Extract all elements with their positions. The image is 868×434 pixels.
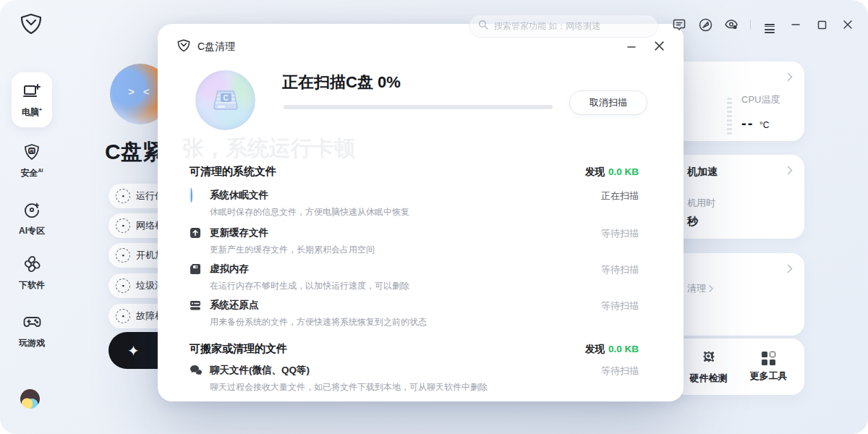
dialog-shield-icon xyxy=(176,38,191,56)
update-cache-icon xyxy=(190,227,202,239)
item-status: 等待扫描 xyxy=(601,227,639,240)
junk-clean-icon: ▪ xyxy=(116,278,130,293)
item-desc: 用来备份系统的文件，方便快速将系统恢复到之前的状态 xyxy=(210,316,427,328)
close-icon[interactable] xyxy=(841,17,855,32)
clean-link[interactable]: 清理 xyxy=(687,282,713,295)
c-drive-bubble-icon: C xyxy=(195,70,255,130)
svg-text:C: C xyxy=(223,93,228,101)
menu-icon[interactable] xyxy=(762,17,777,32)
svg-text:AI: AI xyxy=(30,149,34,153)
virtual-memory-icon xyxy=(190,263,202,276)
titlebar-controls xyxy=(672,17,855,32)
hardware-check-button[interactable]: 硬件检测 xyxy=(690,349,728,385)
hardware-check-icon xyxy=(701,354,717,367)
chat-files-icon xyxy=(190,365,202,377)
message-icon[interactable] xyxy=(672,17,686,32)
item-title: 更新缓存文件 xyxy=(210,226,268,239)
sidebar-item-ai-zone[interactable]: AI专区 xyxy=(13,201,51,237)
user-avatar[interactable] xyxy=(20,389,40,409)
divider xyxy=(750,20,751,30)
computer-plus-icon xyxy=(22,90,41,102)
run-optimize-icon: ▪ xyxy=(116,189,130,203)
item-status: 等待扫描 xyxy=(601,263,639,276)
page-title: C盘紧 xyxy=(105,137,164,167)
sidebar-item-label: AI专区 xyxy=(19,226,45,236)
found-size-value: 0.0 KB xyxy=(608,166,639,177)
sidebar-item-security[interactable]: AI 安全AI xyxy=(13,143,51,179)
cpu-temperature-card[interactable]: CPU温度 -- °C xyxy=(673,61,804,141)
shield-ai-icon: AI xyxy=(23,150,41,163)
item-desc: 休眠时保存的信息文件，方便电脑快速从休眠中恢复 xyxy=(210,206,409,218)
dialog-close-icon[interactable] xyxy=(652,38,666,53)
boot-speedup-card[interactable]: 机加速 机用时 秒 xyxy=(673,155,804,239)
section-header: 可搬家或清理的文件 xyxy=(190,342,287,356)
boot-card-title: 机加速 xyxy=(687,166,718,179)
cancel-scan-button[interactable]: 取消扫描 xyxy=(569,90,647,115)
fault-check-icon: ▪ xyxy=(116,309,130,323)
more-tools-icon xyxy=(762,352,775,365)
item-desc: 在运行内存不够时生成，以加快运行速度，可以删除 xyxy=(210,280,409,292)
found-size-value: 0.0 KB xyxy=(608,344,639,354)
item-desc: 聊天过程会接收大量文件，如已将文件下载到本地，可从聊天软件中删除 xyxy=(210,381,488,393)
search-icon xyxy=(478,20,488,33)
app-window: 电脑+ AI 安全AI AI专区 下软件 xyxy=(0,0,868,434)
restore-point-icon xyxy=(190,299,202,312)
background-ghost-text: 张，系统运行卡顿 xyxy=(182,134,356,163)
item-status: 等待扫描 xyxy=(601,365,639,378)
c-drive-clean-dialog: 张，系统运行卡顿 C盘清理 C 正在扫描C盘 0% xyxy=(158,24,684,401)
search-input[interactable]: 搜索管家功能 如：网络测速 xyxy=(469,14,658,38)
dialog-minimize-icon[interactable] xyxy=(624,40,639,54)
dialog-title: C盘清理 xyxy=(197,41,235,54)
temperature-gauge xyxy=(727,98,732,135)
item-title: 聊天文件(微信、QQ等) xyxy=(210,364,310,377)
section-found: 发现0.0 KB xyxy=(585,166,639,179)
item-desc: 更新产生的缓存文件，长期累积会占用空间 xyxy=(210,244,375,256)
section-found: 发现0.0 KB xyxy=(585,343,639,356)
sidebar-item-label: 安全 xyxy=(21,168,38,178)
boot-time-label: 机用时 xyxy=(687,197,715,210)
cpu-temp-label: CPU温度 xyxy=(741,93,780,106)
maximize-icon[interactable] xyxy=(814,17,829,32)
sparkle-icon: ✦ xyxy=(127,342,140,359)
tools-card: 硬件检测 更多工具 xyxy=(673,339,804,395)
sidebar-item-games[interactable]: 玩游戏 xyxy=(13,313,51,349)
item-status: 正在扫描 xyxy=(601,190,639,203)
sidebar-item-label: 下软件 xyxy=(19,280,45,290)
more-tools-button[interactable]: 更多工具 xyxy=(750,352,788,383)
ai-zone-icon xyxy=(23,208,41,221)
scan-progress-bar xyxy=(284,105,553,109)
sidebar-item-software[interactable]: 下软件 xyxy=(13,255,51,292)
clean-card[interactable]: 清理 xyxy=(673,253,804,336)
chevron-right-icon[interactable] xyxy=(787,165,793,178)
boot-time-value: 秒 xyxy=(687,215,698,229)
item-title: 系统休眠文件 xyxy=(210,189,268,202)
cpu-temp-value: -- °C xyxy=(741,115,769,132)
item-title: 系统还原点 xyxy=(210,299,259,312)
boot-speedup-icon: ▪ xyxy=(116,248,130,263)
section-header: 可清理的系统文件 xyxy=(190,165,276,179)
sidebar-item-label: 电脑 xyxy=(22,107,39,117)
sidebar-item-computer[interactable]: 电脑+ xyxy=(12,72,52,127)
item-status: 等待扫描 xyxy=(601,299,639,312)
sidebar-item-label: 玩游戏 xyxy=(19,338,45,348)
minimize-icon[interactable] xyxy=(788,17,803,32)
skin-icon[interactable] xyxy=(724,17,739,32)
network-check-icon: ▪ xyxy=(116,218,130,233)
search-placeholder: 搜索管家功能 如：网络测速 xyxy=(494,20,600,33)
hibernate-spinner-icon xyxy=(190,190,202,202)
gamepad-icon xyxy=(23,320,41,333)
tencent-shield-logo xyxy=(19,12,43,39)
scan-status-title: 正在扫描C盘 0% xyxy=(282,72,401,93)
chevron-right-icon[interactable] xyxy=(787,72,793,85)
chevron-right-icon[interactable] xyxy=(787,263,793,276)
item-title: 虚拟内存 xyxy=(210,263,249,276)
pen-icon[interactable] xyxy=(698,17,712,32)
software-icon xyxy=(23,263,41,275)
